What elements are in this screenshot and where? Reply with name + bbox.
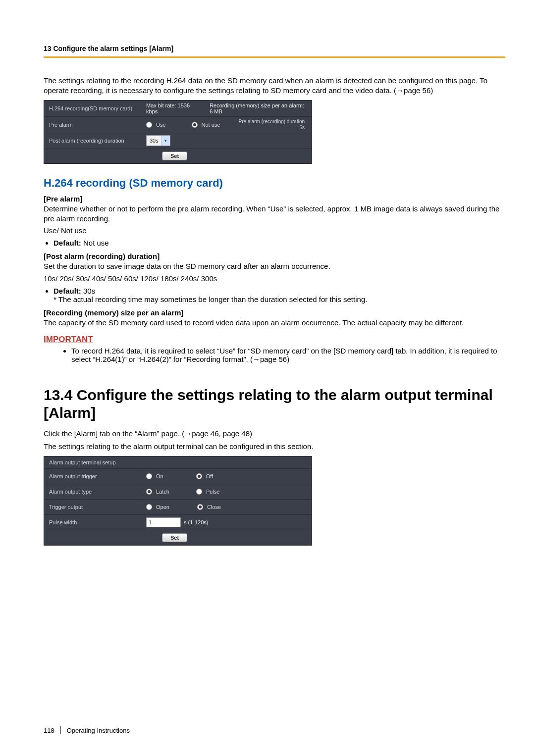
panel1-title: H.264 recording(SD memory card) bbox=[44, 102, 143, 114]
trigger-close-label: Close bbox=[207, 504, 221, 510]
memsize-heading: [Recording (memory) size per an alarm] bbox=[44, 308, 505, 317]
trigger-output-label: Trigger output bbox=[44, 501, 143, 513]
intro-paragraph: The settings relating to the recording H… bbox=[44, 76, 505, 96]
pre-alarm-duration-label: Pre alarm (recording) duration bbox=[239, 119, 305, 124]
pulse-width-unit: s (1-120s) bbox=[184, 519, 209, 525]
chevron-down-icon: ▾ bbox=[161, 136, 170, 146]
pre-alarm-notuse-radio[interactable] bbox=[192, 122, 198, 128]
type-pulse-radio[interactable] bbox=[196, 489, 202, 495]
section-13-4-heading: 13.4 Configure the settings relating to … bbox=[44, 386, 505, 422]
memsize-info: Recording (memory) size per an alarm: 6 … bbox=[210, 102, 309, 114]
panel2-title: Alarm output terminal setup bbox=[44, 456, 312, 468]
pre-alarm-duration-value: 5s bbox=[299, 125, 305, 130]
post-alarm-options: 10s/ 20s/ 30s/ 40s/ 50s/ 60s/ 120s/ 180s… bbox=[44, 274, 505, 284]
type-latch-radio[interactable] bbox=[146, 489, 152, 495]
section-13-4-line2: The settings relating to the alarm outpu… bbox=[44, 442, 505, 452]
bitrate-info: Max bit rate: 1536 kbps bbox=[146, 102, 198, 114]
important-label: IMPORTANT bbox=[44, 335, 505, 345]
post-alarm-heading: [Post alarm (recording) duration] bbox=[44, 252, 505, 260]
running-header: 13 Configure the alarm settings [Alarm] bbox=[44, 45, 505, 58]
pre-alarm-use-label: Use bbox=[156, 122, 166, 128]
pre-alarm-options: Use/ Not use bbox=[44, 226, 505, 236]
trigger-on-label: On bbox=[156, 473, 163, 479]
post-alarm-duration-select[interactable]: 30s ▾ bbox=[146, 135, 170, 146]
pre-alarm-heading: [Pre alarm] bbox=[44, 195, 505, 203]
page-number: 118 bbox=[44, 727, 60, 734]
set-button[interactable]: Set bbox=[162, 151, 187, 160]
h264-recording-panel: H.264 recording(SD memory card) Max bit … bbox=[44, 100, 312, 164]
pre-alarm-desc: Determine whether or not to perform the … bbox=[44, 204, 505, 224]
trigger-on-radio[interactable] bbox=[146, 473, 152, 479]
pre-alarm-notuse-label: Not use bbox=[202, 122, 220, 128]
trigger-open-radio[interactable] bbox=[146, 504, 152, 510]
memsize-desc: The capacity of the SD memory card used … bbox=[44, 318, 505, 328]
type-pulse-label: Pulse bbox=[206, 489, 220, 495]
pulse-width-label: Pulse width bbox=[44, 516, 143, 528]
set-button-2[interactable]: Set bbox=[162, 533, 187, 542]
post-alarm-duration-label: Post alarm (recording) duration bbox=[44, 135, 143, 147]
post-alarm-desc: Set the duration to save image data on t… bbox=[44, 261, 505, 271]
trigger-open-label: Open bbox=[156, 504, 169, 510]
page-footer: 118 Operating Instructions bbox=[44, 726, 130, 734]
trigger-label: Alarm output trigger bbox=[44, 470, 143, 482]
post-alarm-default: Default: 30s * The actual recording time… bbox=[54, 287, 505, 303]
post-alarm-note: * The actual recording time may sometime… bbox=[54, 295, 505, 303]
footer-title: Operating Instructions bbox=[67, 727, 130, 734]
type-latch-label: Latch bbox=[156, 489, 169, 495]
alarm-output-panel: Alarm output terminal setup Alarm output… bbox=[44, 456, 312, 546]
h264-section-title: H.264 recording (SD memory card) bbox=[44, 177, 505, 190]
trigger-off-radio[interactable] bbox=[196, 473, 202, 479]
pre-alarm-label: Pre alarm bbox=[44, 119, 143, 131]
section-13-4-line1: Click the [Alarm] tab on the “Alarm” pag… bbox=[44, 429, 505, 439]
trigger-close-radio[interactable] bbox=[197, 504, 203, 510]
pulse-width-input[interactable]: 1 bbox=[146, 517, 181, 527]
pre-alarm-default: Default: Not use bbox=[54, 239, 505, 247]
type-label: Alarm output type bbox=[44, 486, 143, 498]
pre-alarm-use-radio[interactable] bbox=[146, 122, 152, 128]
important-bullet: To record H.264 data, it is required to … bbox=[71, 347, 505, 363]
trigger-off-label: Off bbox=[206, 473, 213, 479]
